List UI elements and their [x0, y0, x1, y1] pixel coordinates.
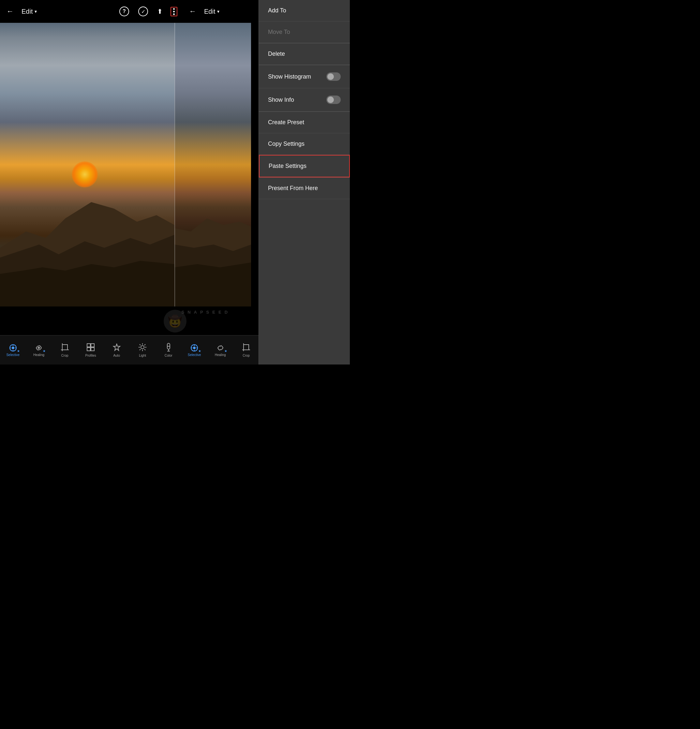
menu-item-copy-settings-label: Copy Settings [268, 141, 305, 147]
back-icon: ← [7, 7, 14, 16]
crop-icon-2 [242, 343, 250, 353]
show-info-toggle[interactable] [326, 96, 341, 104]
selective-icon-2: ★ [190, 344, 199, 352]
more-button-highlighted[interactable] [170, 7, 177, 16]
edit-title-left[interactable]: Edit ▾ [22, 8, 37, 15]
share-icon: ⬆ [157, 7, 163, 15]
image-area [0, 23, 251, 306]
toolbar-item-profiles-1[interactable]: Profiles [78, 335, 103, 365]
edit-label-right: Edit [204, 8, 215, 15]
svg-line-25 [144, 349, 145, 350]
svg-rect-15 [87, 344, 90, 347]
edit-title-right[interactable]: Edit ▾ [204, 8, 219, 15]
selective-label-1: Selective [6, 353, 20, 357]
toolbar-item-selective-1[interactable]: ★ Selective [0, 335, 26, 365]
toolbar-item-auto-1[interactable]: Auto [104, 335, 129, 365]
toolbar-item-crop-1[interactable]: Crop [52, 335, 78, 365]
healing-label-2: Healing [215, 353, 226, 357]
help-icon: ? [119, 7, 129, 16]
svg-rect-18 [91, 347, 94, 351]
back-icon-right: ← [189, 7, 196, 16]
watermark: 🤠 [164, 310, 186, 333]
menu-item-present-from-here-label: Present From Here [268, 185, 318, 192]
dropdown-menu: Add To Move To Delete Show Histogram Sho… [259, 0, 350, 364]
image-split-line [174, 23, 175, 306]
svg-line-26 [144, 344, 145, 345]
svg-line-27 [139, 349, 141, 350]
share-button[interactable]: ⬆ [156, 6, 164, 17]
menu-item-delete[interactable]: Delete [259, 44, 350, 65]
menu-item-present-from-here[interactable]: Present From Here [259, 178, 350, 199]
more-icon [173, 8, 175, 15]
color-label-1: Color [165, 354, 173, 357]
svg-point-7 [12, 347, 15, 349]
crop-label-1: Crop [61, 354, 68, 357]
mountain-svg-left [0, 144, 174, 306]
top-bar-left: ← Edit ▾ ? ✓ ⬆ [0, 0, 183, 23]
light-icon-1 [138, 343, 147, 353]
check-button[interactable]: ✓ [137, 5, 149, 17]
healing-icon-1: ★ [35, 344, 43, 352]
crop-icon-1 [61, 343, 69, 353]
color-icon-1 [164, 343, 173, 353]
menu-item-create-preset-label: Create Preset [268, 119, 304, 126]
edit-label-left: Edit [22, 8, 33, 15]
image-left [0, 23, 174, 306]
edit-chevron-right: ▾ [217, 9, 219, 14]
svg-point-33 [193, 347, 196, 349]
edit-chevron-left: ▾ [35, 9, 37, 14]
healing-label-1: Healing [33, 353, 44, 357]
image-right [174, 23, 251, 306]
menu-item-delete-label: Delete [268, 51, 285, 57]
toolbar-item-selective-2[interactable]: ★ Selective [181, 335, 207, 365]
healing-badge-1: ★ [43, 350, 46, 353]
check-icon: ✓ [138, 7, 148, 16]
profiles-label-1: Profiles [86, 354, 96, 357]
selective-label-2: Selective [188, 353, 201, 357]
back-button-right[interactable]: ← [188, 6, 198, 17]
svg-rect-16 [91, 344, 94, 347]
crop-label-2: Crop [243, 354, 250, 357]
selective-badge-1: ★ [17, 350, 20, 353]
help-button[interactable]: ? [118, 5, 131, 17]
watermark-text: SNAPSEED [182, 310, 231, 315]
menu-item-show-info[interactable]: Show Info [259, 89, 350, 112]
toolbar-item-color-1[interactable]: Color [155, 335, 181, 365]
svg-rect-38 [244, 345, 249, 350]
menu-item-copy-settings[interactable]: Copy Settings [259, 134, 350, 155]
menu-item-paste-settings-label: Paste Settings [269, 163, 306, 170]
auto-icon-1 [112, 343, 121, 353]
svg-rect-12 [62, 345, 67, 350]
svg-marker-5 [174, 263, 251, 306]
toolbar-item-healing-1[interactable]: ★ Healing [26, 335, 51, 365]
svg-rect-17 [87, 347, 90, 351]
healing-icon-2: ★ [216, 344, 225, 352]
mountain-svg-right [174, 144, 251, 306]
back-button[interactable]: ← [5, 6, 15, 17]
svg-line-24 [139, 344, 141, 345]
toolbar-item-crop-2[interactable]: Crop [233, 335, 259, 365]
menu-item-create-preset[interactable]: Create Preset [259, 112, 350, 134]
menu-item-add-to-label: Add To [268, 7, 286, 14]
profiles-icon-1 [86, 343, 95, 353]
light-label-1: Light [139, 354, 146, 357]
healing-badge-2: ★ [224, 350, 227, 353]
menu-item-show-histogram-label: Show Histogram [268, 73, 311, 80]
menu-item-show-histogram[interactable]: Show Histogram [259, 65, 350, 89]
menu-item-add-to[interactable]: Add To [259, 0, 350, 22]
menu-item-paste-settings[interactable]: Paste Settings [259, 155, 350, 177]
toolbar-item-healing-2[interactable]: ★ Healing [207, 335, 233, 365]
svg-point-19 [141, 346, 144, 349]
menu-item-move-to[interactable]: Move To [259, 22, 350, 43]
menu-item-move-to-label: Move To [268, 29, 290, 36]
auto-label-1: Auto [113, 354, 120, 357]
menu-item-show-info-label: Show Info [268, 96, 294, 103]
toggle-knob-2 [327, 96, 334, 103]
show-histogram-toggle[interactable] [326, 73, 341, 81]
selective-badge-2: ★ [198, 350, 201, 353]
selective-icon-1: ★ [9, 344, 17, 352]
toggle-knob [327, 73, 334, 80]
toolbar-item-light-1[interactable]: Light [129, 335, 155, 365]
